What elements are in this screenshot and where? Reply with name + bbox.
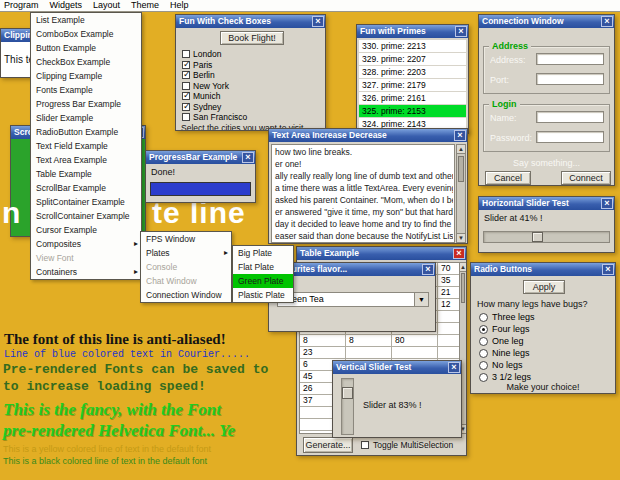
submenu-item[interactable]: Console <box>141 260 231 274</box>
hslider-track[interactable] <box>483 231 610 243</box>
connect-button[interactable]: Connect <box>561 171 611 185</box>
vslider-handle[interactable] <box>342 387 353 399</box>
table-row[interactable]: 23 <box>300 347 460 359</box>
prime-list-item[interactable]: 326. prime: 2161 <box>359 92 466 104</box>
menu-item[interactable]: Button Example <box>31 41 141 55</box>
arrow-up-icon[interactable]: ▲ <box>460 263 466 272</box>
table-cell[interactable]: 8 <box>300 335 346 347</box>
radio-button-icon[interactable] <box>479 373 488 382</box>
city-checkbox-row[interactable]: San Francisco <box>176 112 325 123</box>
menu-item[interactable]: ComboBox Example <box>31 27 141 41</box>
close-icon[interactable] <box>312 16 324 27</box>
table-row[interactable]: 8 8 80 <box>300 335 460 347</box>
city-checkbox-row[interactable]: Paris <box>176 60 325 71</box>
scrollbar-thumb[interactable] <box>458 156 464 182</box>
plate-menu-item[interactable]: Green Plate <box>233 274 293 288</box>
checkbox-icon[interactable] <box>182 71 190 79</box>
submenu-item[interactable]: FPS Window <box>141 232 231 246</box>
table-cell[interactable] <box>438 347 460 359</box>
prime-list-item[interactable]: 328. prime: 2203 <box>359 66 466 78</box>
menu-item[interactable]: Text Field Example <box>31 139 141 153</box>
scrollbar-thumb[interactable] <box>461 273 465 303</box>
close-icon[interactable] <box>601 16 613 27</box>
city-checkbox-row[interactable]: Sydney <box>176 102 325 113</box>
arrow-up-icon[interactable]: ▲ <box>457 145 465 154</box>
city-checkbox-row[interactable]: New York <box>176 81 325 92</box>
prime-list-item[interactable]: 325. prime: 2153 <box>359 105 466 117</box>
progressbar-window-titlebar[interactable]: ProgressBar Example <box>146 151 255 164</box>
menubar-item[interactable]: Layout <box>89 0 127 11</box>
name-input[interactable] <box>536 111 604 123</box>
checkbox-icon[interactable] <box>182 61 190 69</box>
radio-button-icon[interactable] <box>479 325 488 334</box>
city-checkbox-row[interactable]: Berlin <box>176 70 325 81</box>
radio-button-icon[interactable] <box>479 337 488 346</box>
menu-item[interactable]: RadioButton Example <box>31 125 141 139</box>
city-checkbox-row[interactable]: London <box>176 49 325 60</box>
menubar-item[interactable]: Help <box>166 0 196 11</box>
radio-option-row[interactable]: No legs <box>471 359 615 371</box>
menu-item[interactable]: SplitContainer Example <box>31 195 141 209</box>
table-window-titlebar[interactable]: Table Example <box>297 247 466 260</box>
apply-button[interactable]: Apply <box>523 280 565 294</box>
text-area[interactable]: how two line breaks. er one! ally really… <box>271 144 455 243</box>
close-icon[interactable] <box>602 264 614 275</box>
chevron-down-icon[interactable]: ▼ <box>414 293 428 306</box>
table-cell[interactable]: 35 <box>438 275 460 287</box>
table-cell[interactable] <box>392 347 438 359</box>
menu-item[interactable]: Progress Bar Example <box>31 97 141 111</box>
table-cell[interactable]: 23 <box>300 347 346 359</box>
cancel-button[interactable]: Cancel <box>485 171 531 185</box>
checkbox-icon[interactable] <box>182 92 190 100</box>
generate-button[interactable]: Generate... <box>303 437 353 453</box>
port-input[interactable] <box>536 73 604 85</box>
menu-item[interactable]: Table Example <box>31 167 141 181</box>
prime-list-item[interactable]: 329. prime: 2207 <box>359 53 466 65</box>
book-flight-button[interactable]: Book Flight! <box>220 31 284 45</box>
submenu-item[interactable]: Connection Window <box>141 288 231 302</box>
plate-menu-item[interactable]: Flat Plate <box>233 260 293 274</box>
checkbox-icon[interactable] <box>182 103 190 111</box>
prime-list-item[interactable]: 330. prime: 2213 <box>359 40 466 52</box>
menu-item[interactable]: Clipping Example <box>31 69 141 83</box>
menubar-item[interactable]: Program <box>0 0 46 11</box>
prime-list-item[interactable]: 327. prime: 2179 <box>359 79 466 91</box>
table-cell[interactable]: 21 <box>438 287 460 299</box>
submenu-item[interactable]: Chat Window <box>141 274 231 288</box>
menu-item[interactable]: Containers <box>31 265 141 279</box>
hslider-handle[interactable] <box>532 232 543 242</box>
plate-menu-item[interactable]: Big Plate <box>233 246 293 260</box>
table-cell[interactable]: 70 <box>438 263 460 275</box>
arrow-down-icon[interactable]: ▼ <box>457 233 465 242</box>
radio-option-row[interactable]: Four legs <box>471 323 615 335</box>
vertical-slider-window-titlebar[interactable]: Vertical Slider Test <box>333 361 461 374</box>
menubar-item[interactable]: Theme <box>127 0 166 11</box>
flavor-combobox[interactable]: Green Tea ▼ <box>277 292 429 307</box>
radio-buttons-window-titlebar[interactable]: Radio Buttons <box>471 263 615 276</box>
checkbox-icon[interactable] <box>182 82 190 90</box>
table-cell[interactable]: 8 <box>346 335 392 347</box>
radio-button-icon[interactable] <box>479 361 488 370</box>
multiselect-checkbox[interactable] <box>361 441 369 449</box>
menu-item[interactable]: List Example <box>31 13 141 27</box>
checkbox-icon[interactable] <box>182 113 190 121</box>
checkboxes-window-titlebar[interactable]: Fun With Check Boxes <box>176 15 325 28</box>
menu-item[interactable]: View Font <box>31 251 141 265</box>
radio-button-icon[interactable] <box>479 313 488 322</box>
radio-button-icon[interactable] <box>479 349 488 358</box>
table-cell[interactable] <box>438 335 460 347</box>
close-icon[interactable] <box>453 248 465 259</box>
radio-option-row[interactable]: Three legs <box>471 311 615 323</box>
table-cell[interactable]: 80 <box>392 335 438 347</box>
primes-window-titlebar[interactable]: Fun with Primes <box>357 25 468 38</box>
menu-item[interactable]: Text Area Example <box>31 153 141 167</box>
menubar-item[interactable]: Widgets <box>46 0 90 11</box>
menu-item[interactable]: ScrollBar Example <box>31 181 141 195</box>
close-icon[interactable] <box>454 130 466 141</box>
menu-item[interactable]: CheckBox Example <box>31 55 141 69</box>
plate-menu-item[interactable]: Plastic Plate <box>233 288 293 302</box>
table-cell[interactable] <box>346 347 392 359</box>
password-input[interactable] <box>536 131 604 143</box>
address-input[interactable] <box>536 53 604 65</box>
submenu-item[interactable]: Plates <box>141 246 231 260</box>
